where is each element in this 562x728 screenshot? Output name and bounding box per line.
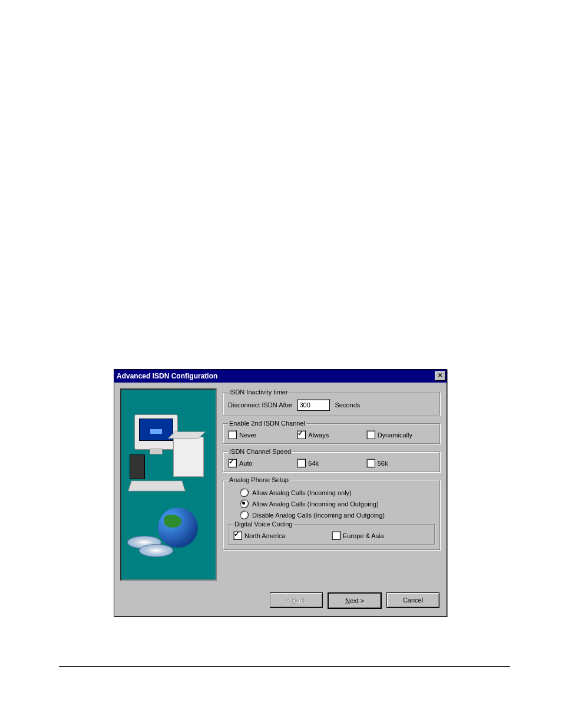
close-button[interactable]: ✕ bbox=[435, 371, 445, 381]
keyboard-icon bbox=[128, 481, 186, 492]
checkbox-label: Europe & Asia bbox=[343, 532, 384, 539]
group-analog-phone: Analog Phone Setup Allow Analog Calls (I… bbox=[223, 476, 441, 551]
radio-incoming-only[interactable] bbox=[240, 488, 249, 497]
checkbox-auto[interactable] bbox=[228, 459, 237, 467]
monitor-icon bbox=[134, 414, 178, 450]
radio-label: Allow Analog Calls (Incoming only) bbox=[252, 489, 352, 496]
monitor-stand-icon bbox=[150, 449, 163, 454]
back-button[interactable]: < Back bbox=[270, 592, 323, 608]
checkbox-dynamically[interactable] bbox=[366, 430, 375, 439]
checkbox-label: 56k bbox=[378, 460, 388, 467]
title-text: Advanced ISDN Configuration bbox=[117, 372, 435, 380]
checkbox-label: Never bbox=[239, 431, 256, 439]
checkbox-label: Dynamically bbox=[378, 431, 412, 439]
group-legend: Digital Voice Coding bbox=[233, 521, 293, 528]
group-inactivity-timer: ISDN Inactivity timer Disconnect ISDN Af… bbox=[223, 388, 441, 416]
next-button[interactable]: Next > bbox=[328, 592, 382, 609]
checkbox-always[interactable] bbox=[297, 430, 306, 439]
group-voice-coding: Digital Voice Coding North America Europ… bbox=[228, 521, 435, 545]
group-legend: ISDN Channel Speed bbox=[228, 448, 292, 455]
settings-column: ISDN Inactivity timer Disconnect ISDN Af… bbox=[223, 388, 441, 581]
group-legend: ISDN Inactivity timer bbox=[228, 388, 289, 396]
disc-icon bbox=[139, 544, 173, 557]
group-channel-speed: ISDN Channel Speed Auto 64k 56k bbox=[223, 448, 441, 473]
checkbox-label: North America bbox=[244, 532, 286, 539]
box-icon bbox=[173, 437, 204, 477]
disconnect-input[interactable] bbox=[297, 399, 330, 411]
cancel-label: Cancel bbox=[403, 597, 423, 604]
disconnect-label: Disconnect ISDN After bbox=[228, 401, 292, 409]
checkbox-north-america[interactable] bbox=[233, 531, 242, 540]
page-divider bbox=[59, 666, 510, 667]
checkbox-europe-asia[interactable] bbox=[332, 531, 340, 540]
checkbox-label: Auto bbox=[239, 460, 253, 467]
globe-icon bbox=[158, 508, 198, 548]
tower-icon bbox=[130, 454, 145, 479]
wizard-image bbox=[120, 388, 217, 581]
wizard-buttons: < Back Next > Cancel bbox=[114, 588, 447, 616]
group-legend: Analog Phone Setup bbox=[228, 476, 290, 483]
titlebar: Advanced ISDN Configuration ✕ bbox=[114, 370, 447, 383]
group-second-channel: Enable 2nd ISDN Channel Never Always Dyn… bbox=[223, 420, 441, 444]
checkbox-never[interactable] bbox=[228, 430, 237, 439]
radio-disable[interactable] bbox=[240, 510, 249, 519]
seconds-label: Seconds bbox=[335, 401, 360, 409]
checkbox-56k[interactable] bbox=[366, 459, 375, 467]
radio-label: Disable Analog Calls (Incoming and Outgo… bbox=[252, 512, 385, 519]
checkbox-64k[interactable] bbox=[297, 459, 306, 467]
dialog-window: Advanced ISDN Configuration ✕ ISDN Inact… bbox=[114, 369, 447, 617]
dialog-body: ISDN Inactivity timer Disconnect ISDN Af… bbox=[114, 383, 447, 588]
checkbox-label: 64k bbox=[308, 460, 319, 467]
checkbox-label: Always bbox=[308, 431, 329, 439]
radio-incoming-outgoing[interactable] bbox=[240, 499, 249, 508]
group-legend: Enable 2nd ISDN Channel bbox=[228, 420, 306, 427]
cancel-button[interactable]: Cancel bbox=[386, 592, 439, 608]
radio-label: Allow Analog Calls (Incoming and Outgoin… bbox=[252, 500, 379, 508]
